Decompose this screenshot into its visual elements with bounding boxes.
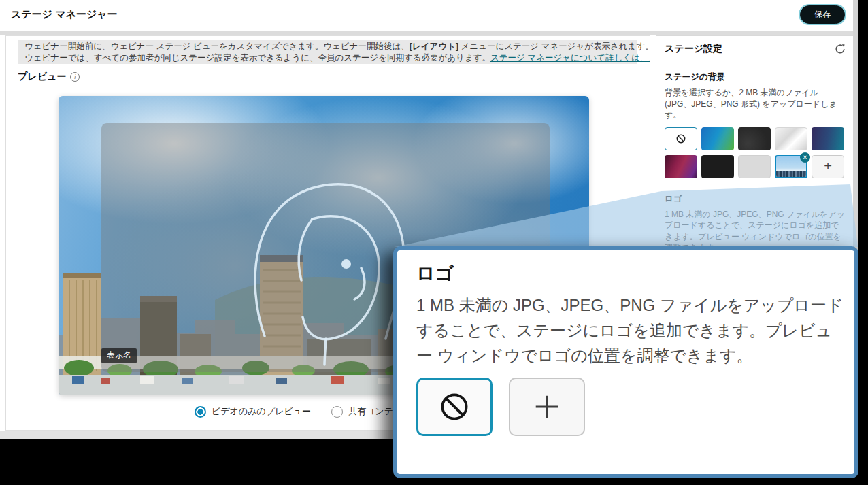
bg-thumb-dark-wave[interactable] [738,127,771,150]
radio-unselected-icon[interactable] [331,406,343,418]
face-placeholder-icon [239,161,409,371]
page-title: ステージ マネージャー [11,8,118,21]
mini-skyline-art [776,171,806,177]
background-heading: ステージの背景 [665,71,846,83]
page-header: ステージ マネージャー 保存 [0,0,858,31]
callout-heading: ロゴ [416,261,835,286]
bg-thumb-light-gray[interactable] [738,155,771,178]
callout-body: 1 MB 未満の JPG、JPEG、PNG ファイルをアップロードすることで、ス… [416,292,846,368]
radio-selected-icon[interactable] [195,406,206,418]
preview-heading: プレビュー [18,71,66,83]
prohibited-icon [438,390,471,423]
banner-line-2: ウェビナーでは、すべての参加者が同じステージ設定を表示できるように、全員のステー… [24,52,630,64]
bg-thumb-purple-teal[interactable] [812,127,844,150]
callout-none-button[interactable] [416,378,493,436]
remove-background-icon[interactable]: × [800,152,810,163]
bg-thumb-none[interactable] [665,127,697,150]
settings-title: ステージ設定 [665,43,722,55]
info-banner: ウェビナー開始前に、ウェビナー ステージ ビューをカスタマイズできます。ウェビナ… [18,40,637,64]
logo-zoom-callout: ロゴ 1 MB 未満の JPG、JPEG、PNG ファイルをアップロードすること… [393,246,858,478]
plus-icon [531,391,563,422]
background-thumbnails: × + [665,127,846,178]
bg-thumb-add[interactable]: + [812,155,844,178]
bg-thumb-magenta[interactable] [665,155,697,178]
background-description: 背景を選択するか、2 MB 未満のファイル (JPG、JPEG、PNG 形式) … [665,87,846,121]
refresh-icon[interactable] [835,44,846,54]
radio-video-only[interactable]: ビデオのみのプレビュー [195,405,311,418]
bg-thumb-silver-swirl[interactable] [775,127,807,150]
display-name-badge: 表示名 [101,348,137,363]
bg-thumb-city-selected[interactable]: × [775,155,807,178]
bg-thumb-blue-green[interactable] [701,127,734,150]
info-icon[interactable]: i [70,72,80,82]
logo-heading: ロゴ [665,193,846,205]
learn-more-link[interactable]: ステージ マネージャについて詳しくは、こちらをご覧ください。 [490,53,650,63]
banner-line-1: ウェビナー開始前に、ウェビナー ステージ ビューをカスタマイズできます。ウェビナ… [24,41,630,52]
callout-logo-options [416,378,835,436]
callout-add-button[interactable] [509,378,585,436]
header-divider [0,31,858,35]
save-button[interactable]: 保存 [800,5,845,24]
bg-thumb-black[interactable] [701,155,734,178]
